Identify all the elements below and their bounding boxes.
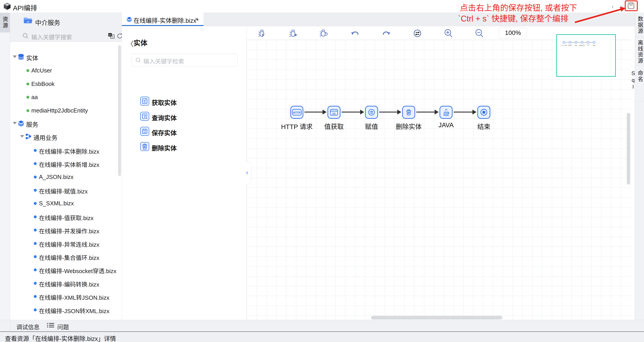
entity-dot [26,69,29,72]
flow-node-6[interactable] [477,106,490,119]
palette-item[interactable]: 获取实体 [122,95,238,110]
auto-layout-icon[interactable] [412,28,422,38]
canvas-horizontal-scrollbar[interactable] [371,316,502,320]
tab-label: 在线编排-实体删除.bizx* [134,16,199,24]
tree-item-row[interactable]: 在线编排-Websocket穿透.bizx [10,263,118,276]
tree-search-input[interactable]: 输入关键字搜索 [31,33,72,41]
tab-named-sql[interactable]: 命名Sql [635,70,644,97]
tree-group-row[interactable]: 服务 [10,117,118,130]
palette-item[interactable]: 查询实体 [122,110,238,125]
palette-item-label: 查询实体 [152,113,177,122]
status-text: 查看资源「在线编排-实体删除.bizx」详情 [5,334,116,342]
flow-edge-arrowhead [322,110,326,114]
canvas-grid[interactable]: HTTPHTTP 请求(x)值获取赋值删除实体JAVA结束 [247,40,631,320]
flow-node-4[interactable] [402,106,415,119]
problem-list-icon [47,323,54,328]
tree-item-row[interactable]: 在线编排-XML转JSON.bizx [10,290,118,303]
caret-down-icon[interactable] [13,56,17,58]
tree-item-row[interactable]: 在线编排-JSON转XML.bizx [10,303,118,316]
tree-item-row[interactable]: AfcUser [10,64,118,77]
entity-dot [26,82,29,86]
palette-item-label: 获取实体 [152,98,177,107]
flow-node-2[interactable]: (x) [328,106,340,119]
caret-down-icon[interactable] [20,135,24,138]
file-dot [34,202,37,205]
minimap-node [581,41,583,44]
java-icon [443,108,450,116]
tree-group-row[interactable]: 通用业务 [10,130,118,144]
palette-item-label: 保存实体 [152,128,177,137]
entity-palette-panel: 〈 实体 输入关键字检索 获取实体 查询实体 保存实体 删除实体 [122,26,247,320]
tab-data-source[interactable]: 数据源 [635,14,644,36]
tree-search-row[interactable]: 输入关键字搜索 文 En [10,30,122,42]
tree-item-row[interactable]: aa [10,90,118,104]
debug-step-icon[interactable] [289,28,298,38]
tree-item-row[interactable]: 在线编排-实体删除.bizx [10,144,118,157]
tree-item-label: mediaHttp2JdbcEntity [31,107,88,114]
palette-search-input[interactable]: 输入关键字检索 [144,57,184,65]
undo-icon[interactable] [350,28,360,38]
flow-edge [379,112,397,112]
file-dot [34,162,37,165]
bottom-bar: 调试信息 问题 [0,320,644,331]
tree-item-row[interactable]: EsbBook [10,77,118,90]
annotation-arrow [572,6,628,24]
debug-run-icon[interactable] [258,28,267,38]
flow-node-label: 删除实体 [396,122,422,131]
tree-item-row[interactable]: 钉钉接口调用.bizx [10,316,118,320]
tree-group-row[interactable]: 实体 [10,50,118,64]
caret-down-icon[interactable] [13,122,17,124]
tree-item-row[interactable]: 在线编排-值获取.bizx [10,210,118,223]
tree-item-label: 在线编排-并发操作.bizx [39,226,99,235]
zoom-in-icon[interactable] [444,28,454,38]
tab-close-icon[interactable]: × [193,16,200,22]
flow-node-label: HTTP 请求 [281,122,312,131]
tree-item-label: A_JSON.bizx [39,174,74,180]
resource-tree: 实体 AfcUser EsbBook aa mediaHttp2JdbcEnti… [10,42,122,320]
problems-button[interactable]: 问题 [57,322,69,331]
tree-item-row[interactable]: 在线编排-异常连线.bizx [10,237,118,250]
tab-resources[interactable]: 资源 [0,13,10,32]
file-dot [34,255,37,258]
tree-item-row[interactable]: 在线编排-赋值.bizx [10,184,118,196]
tree-scrollbar[interactable] [118,45,121,176]
debug-info-button[interactable]: 调试信息 [16,322,40,331]
tree-item-row[interactable]: S_SXML.bizx [10,196,118,210]
resource-tree-panel: 中介服务 输入关键字搜索 文 En [10,12,122,320]
palette-item[interactable]: 保存实体 [122,125,238,140]
palette-item-label: 删除实体 [152,144,177,152]
tree-item-label: 在线编排-实体删除.bizx [39,147,99,155]
entity-dot [26,109,29,112]
tree-item-row[interactable]: 在线编排-编码转换.bizx [10,276,118,290]
minimap-node-label: JAVA [586,44,590,46]
tab-active-document[interactable]: 在线编排-实体删除.bizx* × [122,12,204,26]
search-icon [135,57,141,63]
redo-icon[interactable] [381,28,391,38]
palette-search-box[interactable]: 输入关键字检索 [132,54,238,66]
tree-item-row[interactable]: A_JSON.bizx [10,170,118,184]
translate-icon[interactable]: 文 En [108,33,115,40]
flow-node-5[interactable] [440,106,452,119]
palette-back-chevron[interactable]: 〈 [127,38,134,48]
tree-item-row[interactable]: mediaHttp2JdbcEntity [10,104,118,117]
value-get-icon: (x) [330,109,338,116]
flow-node-1[interactable]: HTTP [290,106,303,119]
tab-offline-resources[interactable]: 离线资源 [635,39,644,64]
flow-node-3[interactable] [365,106,378,119]
tree-item-row[interactable]: 在线编排-实体新增.bizx [10,157,118,170]
zoom-level[interactable]: 100% [499,27,527,38]
zoom-out-icon[interactable] [474,28,484,38]
flow-edge-arrowhead [472,110,476,114]
tree-item-row[interactable]: 在线编排-集合循环.bizx [10,250,118,263]
panel-collapse-handle[interactable]: ‹ [246,162,252,184]
flow-node-label: 赋值 [365,122,378,131]
minimap-node-label: 删除实体 [579,44,585,46]
minimap[interactable]: HTTP 请求值获取赋值删除实体JAVA结束 [556,34,616,77]
annotation-line2: `Ctrl + s` 快捷键, 保存整个编排 [458,12,568,24]
canvas-vertical-scrollbar[interactable] [627,113,630,184]
tree-item-row[interactable]: 在线编排-并发操作.bizx [10,223,118,236]
debug-restart-icon[interactable] [319,28,329,38]
minimap-edge [565,42,568,42]
palette-item[interactable]: 删除实体 [122,140,238,156]
folder-icon [24,16,32,24]
